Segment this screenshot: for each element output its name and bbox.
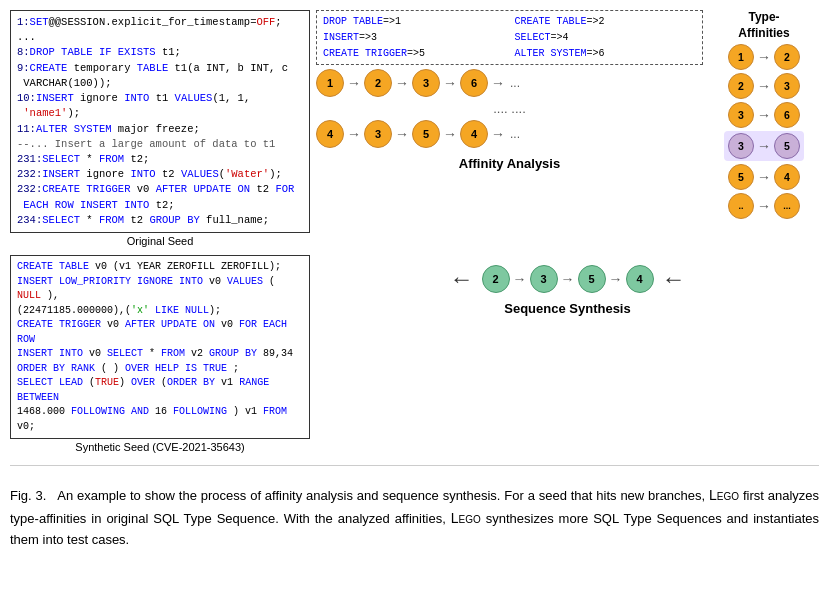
- ap-node-5b: 5: [728, 164, 754, 190]
- arrow: →: [609, 271, 623, 287]
- main-container: 1:SET@@SESSION.explicit_for_timestamp=OF…: [10, 10, 819, 550]
- arrow: →: [757, 107, 771, 123]
- arrow: →: [443, 75, 457, 91]
- bottom-section: CREATE TABLE v0 (v1 YEAR ZEROFILL ZEROFI…: [10, 255, 819, 453]
- synthesis-area: ← 2 → 3 → 5 → 4 ← Sequence Synthesis: [316, 255, 819, 316]
- middle-section: DROP TABLE=>1 CREATE TABLE=>2 INSERT=>3 …: [316, 10, 703, 171]
- arrow: →: [561, 271, 575, 287]
- affinity-entry-1-val: CREATE TABLE=>2: [515, 14, 697, 29]
- chain-1: 1 → 2 → 3 → 6 → ...: [316, 69, 703, 97]
- arrow: →: [757, 198, 771, 214]
- synthetic-seed-container: CREATE TABLE v0 (v1 YEAR ZEROFILL ZEROFI…: [10, 255, 310, 453]
- affinity-table: DROP TABLE=>1 CREATE TABLE=>2 INSERT=>3 …: [316, 10, 703, 65]
- arrow: →: [443, 126, 457, 142]
- arrow: →: [757, 49, 771, 65]
- affinity-pair-2-3: 2 → 3: [728, 73, 800, 99]
- node-2-4b: 4: [460, 120, 488, 148]
- lego-ref-1: Lego: [709, 487, 739, 503]
- original-seed-code: 1:SET@@SESSION.explicit_for_timestamp=OF…: [10, 10, 310, 233]
- arrow: →: [395, 126, 409, 142]
- affinity-entry-2-key: INSERT=>3: [323, 30, 505, 45]
- figure-caption: Fig. 3. An example to show the process o…: [10, 484, 819, 550]
- affinity-pair-3-5: 3 → 5: [724, 131, 804, 161]
- arrow: →: [347, 75, 361, 91]
- affinity-entry-1-key: DROP TABLE=>1: [323, 14, 505, 29]
- original-seed-label: Original Seed: [10, 235, 310, 247]
- synthesis-row: ← 2 → 3 → 5 → 4 ←: [450, 265, 686, 293]
- synthesis-chain: 2 → 3 → 5 → 4: [482, 265, 654, 293]
- right-section: Type-Affinities 1 → 2 2 → 3 3 → 6 3: [709, 10, 819, 219]
- ap-node-5: 5: [774, 133, 800, 159]
- syn-node-4: 4: [626, 265, 654, 293]
- affinity-pair-1-2: 1 → 2: [728, 44, 800, 70]
- affinity-pair-5-4: 5 → 4: [728, 164, 800, 190]
- ap-node-1: 1: [728, 44, 754, 70]
- node-2-3: 3: [364, 120, 392, 148]
- arrow: →: [395, 75, 409, 91]
- affinity-pair-3-6: 3 → 6: [728, 102, 800, 128]
- ap-node-dots1: ..: [728, 193, 754, 219]
- syn-node-3: 3: [530, 265, 558, 293]
- synthetic-seed-code: CREATE TABLE v0 (v1 YEAR ZEROFILL ZEROFI…: [10, 255, 310, 439]
- node-1-2: 2: [364, 69, 392, 97]
- chain-2: 4 → 3 → 5 → 4 → ...: [316, 120, 703, 148]
- node-1-6: 6: [460, 69, 488, 97]
- ap-node-6: 6: [774, 102, 800, 128]
- ellipsis: ...: [510, 76, 520, 90]
- arrow: →: [513, 271, 527, 287]
- syn-node-5: 5: [578, 265, 606, 293]
- ap-node-3c: 3: [728, 133, 754, 159]
- arrow: →: [347, 126, 361, 142]
- right-arrow: ←: [662, 265, 686, 293]
- ap-node-3: 3: [774, 73, 800, 99]
- left-arrow: ←: [450, 265, 474, 293]
- top-section: 1:SET@@SESSION.explicit_for_timestamp=OF…: [10, 10, 819, 247]
- arrow: →: [757, 169, 771, 185]
- fig-label: Fig. 3.: [10, 488, 46, 503]
- type-affinities-label: Type-Affinities: [738, 10, 789, 41]
- original-seed-container: 1:SET@@SESSION.explicit_for_timestamp=OF…: [10, 10, 310, 247]
- chains-area: 1 → 2 → 3 → 6 → ... .... .... 4 → 3 →: [316, 69, 703, 148]
- ellipsis: ...: [510, 127, 520, 141]
- arrow: →: [491, 126, 505, 142]
- ap-node-2b: 2: [728, 73, 754, 99]
- lego-ref-2: Lego: [451, 510, 481, 526]
- syn-node-2: 2: [482, 265, 510, 293]
- sequence-synthesis-label: Sequence Synthesis: [504, 301, 630, 316]
- affinity-entry-2-val: SELECT=>4: [515, 30, 697, 45]
- ap-node-dots2: ...: [774, 193, 800, 219]
- ap-node-3b: 3: [728, 102, 754, 128]
- ap-node-4: 4: [774, 164, 800, 190]
- node-2-4: 4: [316, 120, 344, 148]
- node-2-5: 5: [412, 120, 440, 148]
- node-1-1: 1: [316, 69, 344, 97]
- arrow: →: [757, 138, 771, 154]
- affinity-entry-3-key: CREATE TRIGGER=>5: [323, 46, 505, 61]
- separator: [10, 465, 819, 466]
- synthetic-seed-label: Synthetic Seed (CVE-2021-35643): [10, 441, 310, 453]
- affinity-analysis-label: Affinity Analysis: [316, 156, 703, 171]
- affinity-pair-dots: .. → ...: [728, 193, 800, 219]
- affinity-entry-3-val: ALTER SYSTEM=>6: [515, 46, 697, 61]
- arrow: →: [491, 75, 505, 91]
- dots-middle: .... ....: [316, 101, 703, 116]
- ap-node-2: 2: [774, 44, 800, 70]
- arrow: →: [757, 78, 771, 94]
- node-1-3: 3: [412, 69, 440, 97]
